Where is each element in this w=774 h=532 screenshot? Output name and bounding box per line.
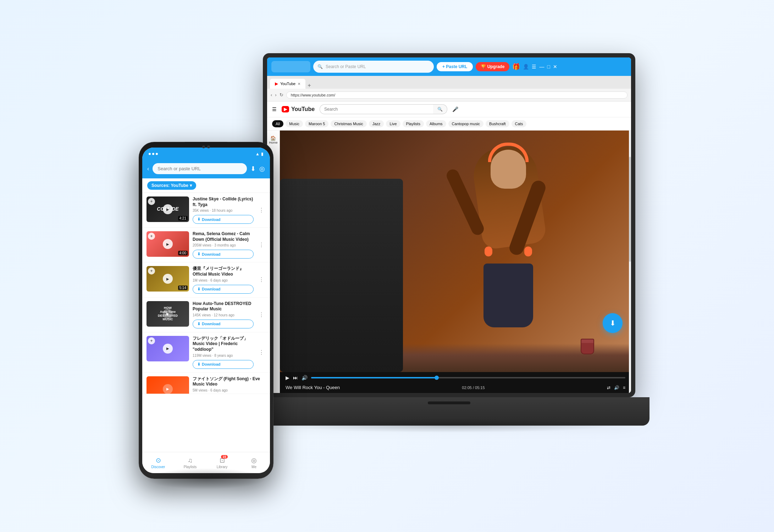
video-item-5: + ▶ フレデリック「オドループ」Music Video | Frederic … <box>142 332 270 373</box>
progress-bar[interactable] <box>311 377 625 378</box>
library-badge-container: ⊡ 15 <box>220 456 225 464</box>
download-btn-3[interactable]: ⬇ Download <box>193 285 254 294</box>
gift-icon[interactable]: 🎁 <box>512 63 520 71</box>
play-button[interactable]: ▶ <box>286 375 289 381</box>
youtube-search-button[interactable]: 🔍 <box>433 104 447 114</box>
next-button[interactable]: ⏭ <box>293 375 298 381</box>
shuffle-icon[interactable]: ⇄ <box>607 385 610 390</box>
signal-dot-2 <box>152 153 154 155</box>
play-btn-3[interactable]: ▶ <box>163 274 173 284</box>
phone-discover-icon[interactable]: ◎ <box>259 165 265 173</box>
chip-cantopop[interactable]: Cantopop music <box>448 120 484 127</box>
youtube-wordmark: YouTube <box>291 106 315 112</box>
browser-tabs: ▶ YouTube ✕ + <box>267 76 631 89</box>
phone-outer: ▲ ▮ ‹ ⬇ ◎ Sources: YouTube ▾ <box>139 142 273 479</box>
minimize-icon[interactable]: — <box>539 64 544 70</box>
video-meta-1: 35K views · 18 hours ago <box>193 209 254 212</box>
youtube-content: ☰ ▶ YouTube 🔍 🎤 <box>267 101 631 393</box>
youtube-search-input[interactable] <box>320 104 433 114</box>
youtube-topbar: ☰ ▶ YouTube 🔍 🎤 <box>267 101 631 117</box>
more-btn-3[interactable]: ⋮ <box>257 276 266 283</box>
video-thumb-5[interactable]: + ▶ <box>146 336 189 361</box>
search-icon: 🔍 <box>317 64 323 69</box>
play-btn-2[interactable]: ▶ <box>163 239 173 249</box>
menu-hamburger-icon[interactable]: ☰ <box>272 106 277 112</box>
new-tab-button[interactable]: + <box>306 82 312 89</box>
chip-all[interactable]: All <box>272 120 283 127</box>
browser-area: ▶ YouTube ✕ + ‹ › ↻ https://www.youtube.… <box>267 76 631 393</box>
sources-dropdown[interactable]: Sources: YouTube ▾ <box>147 181 196 190</box>
queue-icon[interactable]: ≡ <box>623 385 625 390</box>
download-btn-2[interactable]: ⬇ Download <box>193 250 254 259</box>
video-info-5: フレデリック「オドループ」Music Video | Frederic "odd… <box>193 336 254 369</box>
youtube-search-box[interactable]: 🔍 <box>320 104 447 114</box>
user-icon[interactable]: 👤 <box>523 64 529 70</box>
phone-back-button[interactable]: ‹ <box>147 166 149 172</box>
address-input[interactable]: https://www.youtube.com/ <box>286 92 628 99</box>
scrollbar-thumb <box>629 157 631 262</box>
video-title-2: Rema, Selena Gomez - Calm Down (Official… <box>193 231 254 242</box>
chip-maroon5[interactable]: Maroon 5 <box>305 120 328 127</box>
video-meta-6: 5M views · 6 days ago <box>193 388 266 392</box>
me-icon: ◎ <box>251 456 257 464</box>
wifi-icon: ▲ <box>255 151 260 156</box>
duration-2: 4:00 <box>178 251 188 255</box>
progress-bar-container[interactable] <box>311 377 625 378</box>
chip-jazz[interactable]: Jazz <box>369 120 384 127</box>
chip-albums[interactable]: Albums <box>426 120 446 127</box>
video-thumb-4[interactable]: HOWAuto-TuneDESTROYEDMUSIC ▶ <box>146 301 189 327</box>
more-btn-4[interactable]: ⋮ <box>257 311 266 318</box>
video-thumb-2[interactable]: + ▶ 4:00 <box>146 231 189 257</box>
download-btn-4[interactable]: ⬇ Download <box>193 320 254 328</box>
more-btn-5[interactable]: ⋮ <box>257 349 266 356</box>
download-fab-button[interactable]: ⬇ <box>603 313 623 333</box>
volume-extra-icon[interactable]: 🔊 <box>614 385 619 390</box>
more-btn-1[interactable]: ⋮ <box>257 207 266 214</box>
phone-download-icon[interactable]: ⬇ <box>250 165 256 173</box>
laptop-screen: 🔍 Search or Paste URL + Paste URL 🏆 Upgr… <box>267 57 631 393</box>
chip-live[interactable]: Live <box>386 120 400 127</box>
laptop: 🔍 Search or Paste URL + Paste URL 🏆 Upgr… <box>263 53 635 426</box>
play-btn-4[interactable]: ▶ <box>163 309 173 319</box>
paste-url-button[interactable]: + Paste URL <box>437 62 473 71</box>
download-btn-5[interactable]: ⬇ Download <box>193 360 254 369</box>
chip-cats[interactable]: Cats <box>512 120 527 127</box>
play-btn-1[interactable]: ▶ <box>163 204 173 214</box>
chip-christmas[interactable]: Christmas Music <box>331 120 366 127</box>
menu-icon[interactable]: ☰ <box>532 64 536 70</box>
app-logo <box>271 61 310 72</box>
close-icon[interactable]: ✕ <box>553 64 557 70</box>
video-thumb-6[interactable]: ▶ <box>146 376 189 394</box>
play-btn-5[interactable]: ▶ <box>163 344 173 354</box>
chip-playlists[interactable]: Playlists <box>403 120 424 127</box>
refresh-button[interactable]: ↻ <box>280 92 283 98</box>
video-info-2: Rema, Selena Gomez - Calm Down (Official… <box>193 231 254 259</box>
play-btn-6[interactable]: ▶ <box>163 384 173 394</box>
browser-tab-youtube[interactable]: ▶ YouTube ✕ <box>270 79 305 89</box>
tab-label: YouTube <box>280 82 295 86</box>
battery-icon: ▮ <box>261 151 264 156</box>
chip-bushcraft[interactable]: Bushcraft <box>486 120 509 127</box>
tab-close-button[interactable]: ✕ <box>298 82 300 86</box>
forward-button[interactable]: › <box>275 92 276 98</box>
download-btn-1[interactable]: ⬇ Download <box>193 215 254 224</box>
video-thumb-3[interactable]: + ▶ 5:14 <box>146 266 189 292</box>
maximize-icon[interactable]: □ <box>547 64 550 70</box>
volume-button[interactable]: 🔊 <box>302 375 308 381</box>
phone-video-list: + COLLIDE ▶ 4:21 Justine Skye - Collide … <box>142 193 270 452</box>
scrollbar[interactable] <box>629 131 631 393</box>
sensor-dot <box>207 145 210 148</box>
upgrade-button[interactable]: 🏆 Upgrade <box>476 62 509 71</box>
video-meta-3: 1M views · 6 days ago <box>193 278 254 282</box>
video-thumb-1[interactable]: + COLLIDE ▶ 4:21 <box>146 196 189 222</box>
more-btn-2[interactable]: ⋮ <box>257 242 266 248</box>
phone-search-input[interactable] <box>153 163 247 174</box>
video-thumbnail[interactable]: ⬇ <box>280 131 631 372</box>
back-button[interactable]: ‹ <box>271 92 272 98</box>
video-item-1: + COLLIDE ▶ 4:21 Justine Skye - Collide … <box>142 193 270 228</box>
video-controls: ▶ ⏭ 🔊 <box>280 372 631 383</box>
video-meta-5: 119M views · 8 years ago <box>193 354 254 358</box>
mic-icon[interactable]: 🎤 <box>452 106 458 112</box>
chip-music[interactable]: Music <box>286 120 303 127</box>
laptop-search-bar[interactable]: 🔍 Search or Paste URL <box>313 61 434 73</box>
